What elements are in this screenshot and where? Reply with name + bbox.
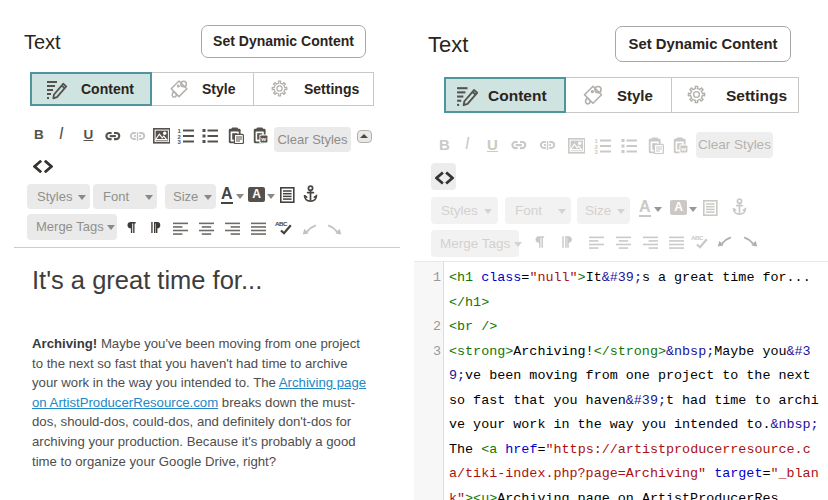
- svg-text:ABC: ABC: [691, 234, 704, 241]
- svg-text:ABC: ABC: [275, 220, 288, 227]
- svg-text:w: w: [260, 135, 266, 142]
- svg-text:3: 3: [178, 139, 182, 144]
- svg-text:w: w: [680, 145, 686, 152]
- svg-text:3: 3: [595, 149, 599, 154]
